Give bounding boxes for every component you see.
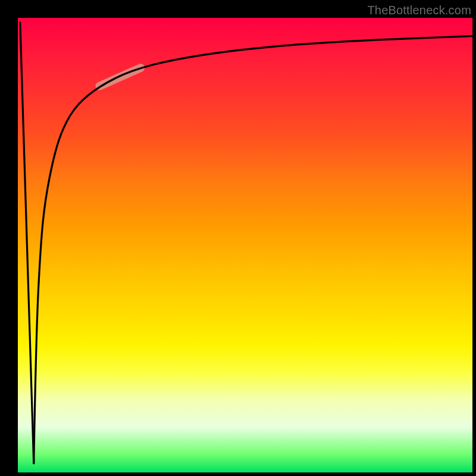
chart-frame: TheBottleneck.com <box>0 0 476 476</box>
curve-left-segment <box>20 23 34 464</box>
plot-area <box>18 18 472 472</box>
curve-main <box>34 36 472 464</box>
curve-svg <box>18 18 472 472</box>
attribution-text: TheBottleneck.com <box>367 4 471 17</box>
